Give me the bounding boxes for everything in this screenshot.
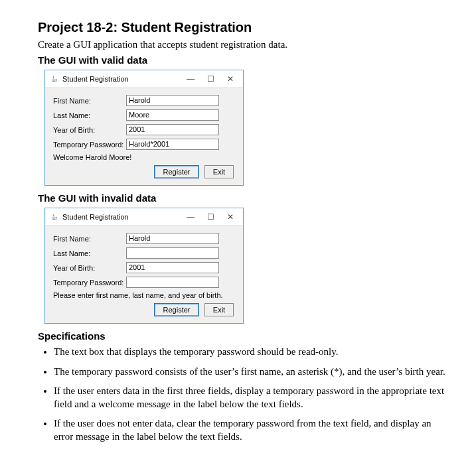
- year-of-birth-label: Year of Birth:: [53, 264, 126, 272]
- year-of-birth-field[interactable]: 2001: [126, 262, 219, 273]
- status-message: Please enter first name, last name, and …: [53, 291, 236, 299]
- maximize-button[interactable]: ☐: [200, 72, 220, 86]
- register-button[interactable]: Register: [154, 165, 199, 178]
- minimize-button[interactable]: —: [181, 210, 200, 224]
- status-message: Welcome Harold Moore!: [53, 153, 236, 161]
- list-item: If the user does not enter data, clear t…: [54, 417, 449, 443]
- first-name-field[interactable]: Harold: [126, 95, 219, 106]
- list-item: The temporary password consists of the u…: [54, 366, 449, 379]
- year-of-birth-field[interactable]: 2001: [126, 124, 219, 135]
- register-button[interactable]: Register: [154, 303, 199, 316]
- titlebar: Student Registration — ☐ ✕: [45, 208, 243, 226]
- exit-button[interactable]: Exit: [204, 303, 234, 316]
- window-valid: Student Registration — ☐ ✕ First Name: H…: [44, 70, 244, 186]
- last-name-field[interactable]: Moore: [126, 109, 219, 121]
- section-invalid-heading: The GUI with invalid data: [38, 192, 449, 204]
- last-name-label: Last Name:: [53, 111, 126, 119]
- first-name-label: First Name:: [53, 97, 126, 105]
- window-title: Student Registration: [62, 213, 181, 221]
- titlebar: Student Registration — ☐ ✕: [45, 70, 243, 88]
- temp-password-label: Temporary Password:: [53, 279, 126, 287]
- minimize-button[interactable]: —: [181, 72, 200, 86]
- java-app-icon: [49, 212, 58, 222]
- year-of-birth-label: Year of Birth:: [53, 126, 126, 134]
- close-button[interactable]: ✕: [220, 210, 240, 224]
- exit-button[interactable]: Exit: [204, 165, 234, 178]
- last-name-label: Last Name:: [53, 249, 126, 257]
- temp-password-label: Temporary Password:: [53, 141, 126, 149]
- last-name-field[interactable]: [126, 247, 219, 259]
- specifications-list: The text box that displays the temporary…: [38, 346, 449, 443]
- first-name-field[interactable]: Harold: [126, 233, 219, 244]
- intro-text: Create a GUI application that accepts st…: [38, 39, 449, 50]
- list-item: If the user enters data in the first thr…: [54, 385, 449, 411]
- window-title: Student Registration: [62, 75, 181, 83]
- section-valid-heading: The GUI with valid data: [38, 54, 449, 66]
- page-title: Project 18-2: Student Registration: [38, 20, 449, 35]
- first-name-label: First Name:: [53, 235, 126, 243]
- temp-password-field: [126, 277, 219, 288]
- section-specs-heading: Specifications: [38, 330, 449, 342]
- close-button[interactable]: ✕: [220, 72, 240, 86]
- java-app-icon: [49, 74, 58, 84]
- maximize-button[interactable]: ☐: [200, 210, 220, 224]
- list-item: The text box that displays the temporary…: [54, 346, 449, 359]
- temp-password-field: Harold*2001: [126, 139, 219, 150]
- window-invalid: Student Registration — ☐ ✕ First Name: H…: [44, 208, 244, 324]
